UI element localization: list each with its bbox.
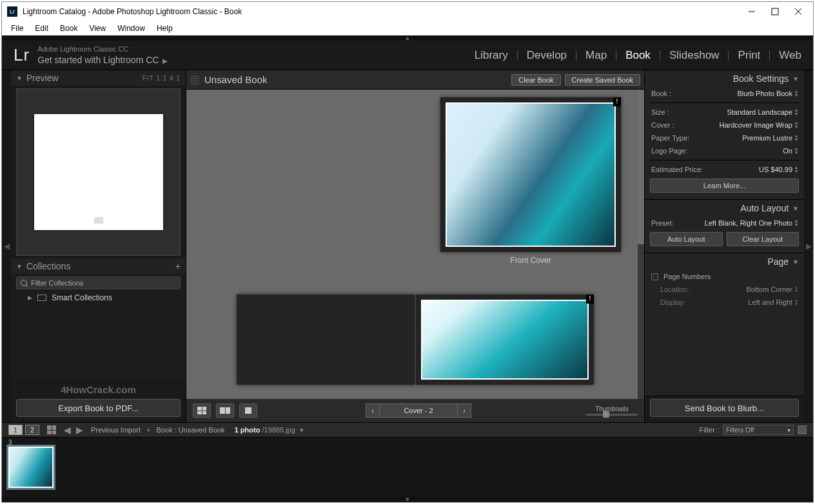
module-library[interactable]: Library [466, 50, 518, 61]
preview-page-thumb[interactable] [34, 114, 163, 230]
dropdown-icon: ▴▾ [795, 134, 798, 142]
clear-book-button[interactable]: Clear Book [511, 74, 560, 86]
prev-page-button[interactable]: ‹ [366, 403, 380, 418]
front-cover-page[interactable]: ! [440, 97, 621, 252]
paper-value[interactable]: Premium Lustre [742, 134, 792, 142]
book-toolbar: Unsaved Book Clear Book Create Saved Boo… [186, 70, 644, 90]
nav-back-button[interactable]: ◀ [61, 425, 74, 435]
spread-left-page[interactable] [237, 295, 415, 385]
triangle-down-icon: ▼ [16, 75, 23, 82]
display-value: Left and Right [749, 298, 793, 306]
identity-line2[interactable]: Get started with Lightroom CC [37, 55, 159, 65]
book-canvas[interactable]: ! Front Cover ! [186, 90, 644, 399]
title-bar: Lr Lightroom Catalog - Adobe Photoshop L… [2, 2, 813, 21]
collections-title: Collections [26, 261, 175, 271]
canvas-scrollbar[interactable] [638, 90, 644, 399]
menu-help[interactable]: Help [152, 23, 178, 34]
second-display-button[interactable]: 2 [25, 425, 39, 435]
module-print[interactable]: Print [729, 50, 770, 61]
right-panel: Book Settings▼ Book :Blurb Photo Book▴▾ … [644, 70, 804, 422]
export-pdf-button[interactable]: Export Book to PDF... [16, 399, 181, 417]
next-page-button[interactable]: › [457, 403, 471, 418]
grip-icon [190, 75, 199, 84]
nav-forward-button[interactable]: ▶ [74, 425, 86, 435]
triangle-down-icon: ▼ [16, 263, 23, 270]
page-header[interactable]: Page▼ [645, 253, 804, 270]
price-label: Estimated Price: [651, 166, 703, 173]
menu-window[interactable]: Window [112, 23, 150, 34]
bottom-collapse-bar[interactable]: ▼ [2, 497, 813, 502]
collections-panel-header[interactable]: ▼ Collections + [11, 258, 186, 274]
menu-view[interactable]: View [84, 23, 111, 34]
learn-more-button[interactable]: Learn More... [650, 179, 799, 193]
filter-collections-input[interactable]: Filter Collections [16, 276, 181, 289]
clear-layout-button[interactable]: Clear Layout [727, 232, 800, 246]
module-map[interactable]: Map [576, 50, 616, 61]
dropdown-icon: ▴▾ [795, 298, 798, 306]
send-to-blurb-button[interactable]: Send Book to Blurb... [650, 399, 799, 417]
module-slideshow[interactable]: Slideshow [660, 50, 729, 61]
watermark-text: 4HowCrack.com [11, 380, 186, 396]
top-collapse-bar[interactable]: ▲ [2, 35, 813, 41]
app-icon: Lr [7, 6, 17, 17]
module-develop[interactable]: Develop [518, 50, 576, 61]
single-view-button[interactable] [239, 403, 257, 418]
module-book[interactable]: Book [616, 50, 660, 61]
right-collapse-handle[interactable]: ▶ [804, 70, 813, 422]
chevron-down-icon[interactable]: ▾ [300, 426, 304, 434]
filter-label: Filter : [699, 426, 719, 434]
close-button[interactable] [794, 7, 803, 16]
dropdown-icon: ▴▾ [795, 108, 798, 116]
preview-panel-header[interactable]: ▼ Preview FIT 1:1 4:1 [11, 70, 186, 86]
spread-right-page[interactable]: ! [416, 295, 594, 385]
menu-bar: File Edit Book View Window Help [2, 21, 813, 35]
menu-edit[interactable]: Edit [30, 23, 54, 34]
source-path[interactable]: Previous Import + Book : Unsaved Book 1 … [91, 426, 304, 434]
menu-file[interactable]: File [6, 23, 28, 34]
price-value[interactable]: US $40.99 [759, 166, 792, 173]
cover-value[interactable]: Hardcover Image Wrap [719, 121, 792, 129]
preview-zoom-options[interactable]: FIT 1:1 4:1 [142, 75, 181, 82]
size-value[interactable]: Standard Landscape [727, 108, 792, 116]
filmstrip[interactable]: 3 [2, 438, 813, 497]
filmstrip-thumb[interactable]: 3 [8, 447, 54, 488]
filter-select[interactable]: Filters Off▾ [723, 425, 794, 435]
minimize-button[interactable] [747, 7, 756, 16]
grid-view-button[interactable] [193, 403, 211, 418]
svg-rect-1 [772, 8, 778, 15]
spread-view-button[interactable] [216, 403, 234, 418]
dropdown-icon: ▴▾ [795, 121, 798, 129]
filter-lock-button[interactable] [798, 425, 807, 434]
warning-badge-icon[interactable]: ! [586, 295, 594, 304]
location-value: Bottom Corner [746, 286, 792, 293]
dropdown-icon: ▴▾ [795, 147, 798, 155]
create-saved-book-button[interactable]: Create Saved Book [565, 74, 640, 86]
left-panel: ▼ Preview FIT 1:1 4:1 ▼ Collections + Fi… [11, 70, 186, 422]
add-collection-button[interactable]: + [175, 261, 181, 271]
maximize-button[interactable] [771, 7, 780, 16]
main-display-button[interactable]: 1 [8, 425, 23, 435]
search-icon [21, 280, 27, 286]
menu-book[interactable]: Book [55, 23, 83, 34]
book-settings-header[interactable]: Book Settings▼ [645, 70, 804, 87]
grid-icon[interactable] [47, 425, 56, 434]
preset-value[interactable]: Left Blank, Right One Photo [705, 219, 792, 227]
page-numbers-checkbox[interactable] [651, 273, 658, 280]
identity-line1: Adobe Lightroom Classic CC [37, 44, 168, 53]
book-label: Book : [651, 90, 671, 97]
left-collapse-handle[interactable]: ◀ [2, 70, 11, 422]
thumbnail-size-slider[interactable]: Thumbnails [586, 405, 638, 416]
triangle-right-icon: ▶ [28, 295, 32, 301]
auto-layout-button[interactable]: Auto Layout [650, 232, 723, 246]
warning-badge-icon[interactable]: ! [613, 97, 621, 106]
logo-mark-icon [94, 217, 103, 224]
page-photo [421, 300, 589, 380]
smart-collections-item[interactable]: ▶ Smart Collections [11, 291, 186, 305]
book-value[interactable]: Blurb Photo Book [737, 90, 792, 97]
logo-value[interactable]: On [783, 147, 792, 155]
triangle-down-icon: ▼ [792, 75, 799, 82]
module-web[interactable]: Web [770, 50, 801, 61]
collections-body: Filter Collections ▶ Smart Collections [11, 274, 186, 380]
center-area: Unsaved Book Clear Book Create Saved Boo… [186, 70, 644, 422]
auto-layout-header[interactable]: Auto Layout▼ [645, 200, 804, 217]
